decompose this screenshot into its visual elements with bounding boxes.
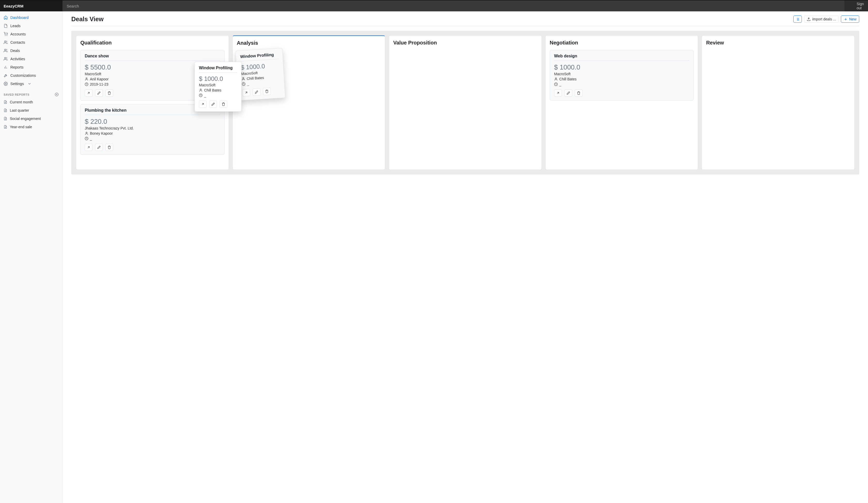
page-title: Deals View bbox=[71, 16, 104, 23]
open-button[interactable] bbox=[242, 89, 250, 97]
user-icon bbox=[554, 77, 558, 81]
add-report-icon[interactable] bbox=[55, 93, 59, 96]
import-label: import deals ... bbox=[812, 17, 836, 21]
kanban-board: Qualification Dance show $ 5500.0 MacroS… bbox=[71, 31, 859, 174]
delete-button[interactable] bbox=[105, 90, 113, 97]
card-company: Jhakaas Technocrazy Pvt. Ltd. bbox=[85, 126, 220, 130]
open-button[interactable] bbox=[85, 144, 92, 151]
clock-icon bbox=[199, 94, 203, 97]
nav-contacts[interactable]: Contacts bbox=[0, 38, 62, 47]
card-actions bbox=[242, 87, 280, 96]
nav-leads[interactable]: Leads bbox=[0, 22, 62, 30]
card-actions bbox=[85, 144, 220, 151]
nav-settings[interactable]: Settings bbox=[0, 80, 62, 88]
edit-button[interactable] bbox=[95, 90, 103, 97]
column-negotiation[interactable]: Negotiation Web design $ 1000.0 MacroSof… bbox=[545, 35, 698, 170]
home-icon bbox=[3, 16, 8, 20]
chevron-down-icon bbox=[28, 82, 32, 86]
card-price: $ 1000.0 bbox=[554, 63, 690, 71]
column-title: Negotiation bbox=[550, 40, 694, 46]
card-title: Dance show bbox=[85, 54, 220, 61]
card-owner: Boney Kapoor bbox=[85, 131, 220, 135]
edit-button[interactable] bbox=[209, 101, 217, 108]
user-icon bbox=[199, 89, 203, 92]
nav-label: Accounts bbox=[10, 32, 26, 36]
clock-icon bbox=[241, 82, 245, 86]
open-button[interactable] bbox=[554, 90, 562, 97]
column-analysis[interactable]: Analysis Window Profiling $ 1000.0 Macro… bbox=[232, 35, 385, 170]
saved-report-item[interactable]: Current month bbox=[0, 98, 62, 106]
clock-icon bbox=[554, 82, 558, 86]
saved-report-item[interactable]: Social engagement bbox=[0, 114, 62, 123]
column-title: Value Proposition bbox=[393, 40, 537, 46]
import-deals-button[interactable]: import deals ... bbox=[804, 16, 839, 23]
new-deal-button[interactable]: New bbox=[841, 16, 859, 23]
page-header: Deals View import deals ... New bbox=[71, 16, 859, 26]
nav-deals[interactable]: Deals bbox=[0, 47, 62, 55]
card-company: MacroSoft bbox=[554, 72, 690, 76]
nav-label: Reports bbox=[10, 65, 23, 69]
user-icon bbox=[85, 77, 88, 81]
open-icon bbox=[244, 91, 248, 95]
doc-icon bbox=[3, 100, 7, 104]
list-icon bbox=[796, 17, 799, 21]
edit-button[interactable] bbox=[252, 88, 261, 96]
trash-icon bbox=[222, 102, 225, 106]
card-price: $ 220.0 bbox=[85, 117, 220, 126]
saved-report-label: Current month bbox=[10, 100, 33, 104]
card-actions bbox=[199, 101, 237, 108]
nav-reports[interactable]: Reports bbox=[0, 63, 62, 71]
delete-button[interactable] bbox=[575, 90, 582, 97]
saved-report-label: Last quarter bbox=[10, 108, 29, 112]
column-review[interactable]: Review bbox=[702, 35, 855, 170]
users-icon bbox=[3, 49, 8, 53]
saved-report-item[interactable]: Last quarter bbox=[0, 106, 62, 114]
users-icon bbox=[3, 40, 8, 44]
search-input[interactable] bbox=[66, 4, 841, 9]
open-button[interactable] bbox=[199, 101, 207, 108]
doc-icon bbox=[3, 125, 7, 129]
deal-card[interactable]: Web design $ 1000.0 MacroSoft Chill Bate… bbox=[550, 50, 694, 101]
open-button[interactable] bbox=[85, 90, 92, 97]
nav-customizations[interactable]: Customizations bbox=[0, 71, 62, 80]
card-title: Window Profiling bbox=[199, 66, 237, 73]
nav-dashboard[interactable]: Dashboard bbox=[0, 13, 62, 22]
list-toggle-button[interactable] bbox=[793, 16, 802, 23]
topbar: EeazyCRM Sign out bbox=[0, 0, 868, 11]
drag-ghost-card: Window Profiling $ 1000.0 MacroSoft Chil… bbox=[235, 48, 285, 101]
edit-button[interactable] bbox=[565, 90, 572, 97]
card-date: _ bbox=[199, 93, 237, 97]
user-icon bbox=[241, 77, 245, 81]
open-icon bbox=[87, 91, 90, 95]
edit-icon bbox=[567, 91, 570, 95]
open-icon bbox=[556, 91, 560, 95]
trash-icon bbox=[107, 91, 111, 95]
card-company: MacroSoft bbox=[199, 83, 237, 87]
card-price: $ 1000.0 bbox=[199, 75, 237, 82]
column-value-proposition[interactable]: Value Proposition bbox=[389, 35, 542, 170]
edit-icon bbox=[211, 102, 215, 106]
deal-card[interactable]: Plumbing the kitchen $ 220.0 Jhakaas Tec… bbox=[80, 104, 225, 155]
brand[interactable]: EeazyCRM bbox=[0, 1, 63, 11]
card-date: _ bbox=[241, 80, 280, 86]
edit-icon bbox=[97, 145, 101, 149]
nav-accounts[interactable]: Accounts bbox=[0, 30, 62, 38]
doc-icon bbox=[3, 117, 7, 121]
nav-activities[interactable]: Activities bbox=[0, 55, 62, 63]
clock-icon bbox=[85, 137, 88, 140]
card-owner: Chill Bates bbox=[199, 88, 237, 92]
main: Deals View import deals ... New Qualific… bbox=[63, 11, 868, 503]
saved-reports-title: SAVED REPORTS bbox=[3, 93, 30, 96]
signout-button[interactable]: Sign out bbox=[845, 1, 868, 11]
saved-report-item[interactable]: Year-end sale bbox=[0, 123, 62, 131]
delete-button[interactable] bbox=[220, 101, 227, 108]
card-owner: Chill Bates bbox=[554, 77, 690, 81]
dragging-card[interactable]: Window Profiling $ 1000.0 MacroSoft Chil… bbox=[195, 62, 241, 112]
edit-button[interactable] bbox=[95, 144, 103, 151]
header-actions: import deals ... New bbox=[793, 16, 859, 23]
delete-button[interactable] bbox=[263, 88, 271, 95]
delete-button[interactable] bbox=[105, 144, 113, 151]
trash-icon bbox=[265, 90, 269, 93]
card-title: Web design bbox=[554, 54, 690, 61]
search-container bbox=[63, 1, 845, 11]
